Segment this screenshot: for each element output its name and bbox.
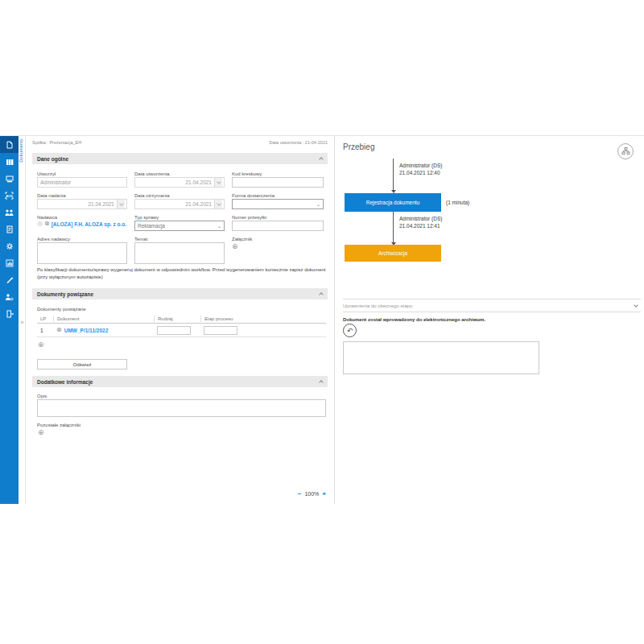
- opis-textarea[interactable]: [37, 399, 326, 417]
- kod-kreskowy-label: Kod kreskowy: [232, 171, 324, 176]
- section-header-dokumenty-powiazane[interactable]: Dokumenty powiązane: [32, 288, 328, 299]
- row-rodzaj: [154, 326, 200, 335]
- collapse-chevron-icon: [319, 157, 324, 162]
- calendar-dropdown-icon[interactable]: [214, 178, 222, 187]
- zoom-out-button[interactable]: −: [298, 490, 302, 497]
- sidebar-item-logout[interactable]: [0, 305, 19, 322]
- flow-step-2-label: Administrator (DS) 21.04.2021 12:41: [399, 215, 442, 229]
- sidebar-item-documents[interactable]: [0, 136, 19, 153]
- undo-icon: ↶: [347, 327, 353, 335]
- select-sender-icon[interactable]: ◎: [37, 221, 43, 227]
- related-list-label: Dokumenty powiązane: [37, 307, 86, 312]
- zoom-in-button[interactable]: +: [322, 490, 326, 497]
- typ-sprawy-select[interactable]: Reklamacja ⌄: [134, 221, 225, 231]
- sidebar-item-user-admin[interactable]: [0, 288, 19, 305]
- data-otrzymania-label: Data otrzymania: [134, 193, 225, 198]
- forma-dostarczenia-label: Forma dostarczenia: [232, 193, 324, 198]
- forma-dostarczenia-select[interactable]: ⌄: [232, 199, 324, 209]
- col-etap-procesu: Etap procesu: [200, 316, 247, 322]
- flow-arrow-2: [393, 212, 394, 245]
- col-lp: LP: [37, 316, 53, 322]
- comment-textarea[interactable]: [343, 341, 539, 374]
- sidebar-item-workstation[interactable]: [0, 170, 19, 187]
- add-related-document-icon[interactable]: ⊕: [38, 341, 44, 349]
- zalacznik-label: Załącznik: [232, 237, 324, 242]
- permissions-accordion[interactable]: Uprawnienia do obecnego etapu: [343, 299, 641, 312]
- sidebar-expand-chevrons[interactable]: »: [19, 320, 26, 325]
- clear-sender-icon[interactable]: ⊗: [44, 221, 50, 227]
- wand-icon: [5, 275, 14, 285]
- stage-archiwizacja[interactable]: Archiwizacja: [345, 245, 441, 262]
- calendar-dropdown-icon[interactable]: [214, 200, 222, 208]
- typ-sprawy-label: Typ sprawy: [134, 215, 225, 220]
- monitor-icon: [5, 174, 14, 184]
- remove-document-icon[interactable]: ⊗: [56, 327, 62, 333]
- select-chevron-icon: ⌄: [217, 223, 221, 229]
- flow-arrow-1: [393, 159, 394, 192]
- numer-przesylki-field[interactable]: [232, 221, 324, 231]
- app-window: ACD Dokumenty » Spółka : Pre: [0, 135, 644, 503]
- etap-procesu-input[interactable]: [204, 326, 237, 335]
- undo-button[interactable]: ↶: [343, 324, 357, 337]
- data-utworzenia-label: Data utworzenia.: [134, 171, 225, 176]
- archive-icon: [5, 157, 14, 167]
- add-zalacznik-icon[interactable]: ⊕: [232, 243, 324, 250]
- logout-door-icon: [5, 309, 14, 319]
- sidebar-item-settings[interactable]: [0, 237, 19, 254]
- document-link[interactable]: UMW_P/1/11/2022: [64, 328, 109, 333]
- col-dokument: Dokument: [53, 316, 154, 322]
- sidebar-item-reports[interactable]: [0, 221, 19, 237]
- select-chevron-icon: ⌄: [316, 201, 320, 207]
- related-docs-table: LP Dokument Rodzaj Etap procesu 1 ⊗ UMW_…: [37, 314, 326, 337]
- data-nadania-field[interactable]: 21.04.2021: [37, 199, 127, 209]
- nadawca-link[interactable]: [ALOZA] F.H. ALOZA sp. z o.o.: [52, 221, 126, 227]
- row-dokument: ⊗ UMW_P/1/11/2022: [53, 327, 154, 333]
- documents-icon: [5, 140, 14, 150]
- sidebar-item-acd[interactable]: ACD: [0, 187, 19, 204]
- adres-nadawcy-label: Adres nadawcy: [37, 237, 127, 242]
- row-etap: [200, 326, 247, 335]
- table-row: 1 ⊗ UMW_P/1/11/2022: [37, 324, 326, 337]
- user-gear-icon: [4, 292, 14, 302]
- add-pozostale-zalaczniki-icon[interactable]: ⊕: [38, 429, 44, 436]
- section-header-dane-ogolne[interactable]: Dane ogólne: [32, 153, 328, 164]
- stage-duration: (1 minuta): [446, 200, 469, 205]
- temat-textarea[interactable]: [134, 242, 225, 264]
- nadawca-label: Nadawca: [37, 215, 127, 220]
- workflow-title: Przebieg: [343, 142, 374, 151]
- workflow-note: Po klasyfikacji dokumentu/sprawy wygener…: [37, 266, 326, 281]
- zoom-control: − 100% +: [298, 490, 326, 497]
- sidebar-item-tools[interactable]: [0, 271, 19, 288]
- sidebar-gutter: Dokumenty »: [19, 136, 26, 504]
- sidebar-item-archive[interactable]: [0, 153, 19, 170]
- report-doc-icon: [5, 225, 14, 234]
- workflow-map-button[interactable]: [617, 143, 634, 159]
- bar-chart-icon: [5, 258, 14, 268]
- kod-kreskowy-field[interactable]: [232, 177, 324, 188]
- breadcrumb: Spółka : Prezentacja_EH: [32, 140, 81, 145]
- sidebar-item-contacts[interactable]: [0, 204, 19, 221]
- pozostale-zalaczniki-label: Pozostałe załączniki: [37, 423, 80, 427]
- stage-rejestracja-dokumentu[interactable]: Rejestracja dokumentu: [345, 193, 441, 212]
- data-nadania-label: Data nadania: [37, 193, 127, 198]
- utworzyl-field[interactable]: Administrator: [37, 177, 127, 188]
- calendar-dropdown-icon[interactable]: [117, 200, 125, 208]
- flow-step-1-label: Administrator (DS) 21.04.2021 12:40: [399, 162, 442, 176]
- row-lp: 1: [37, 328, 53, 333]
- people-icon: [4, 208, 14, 217]
- adres-nadawcy-textarea[interactable]: [37, 242, 127, 264]
- sidebar-item-statistics[interactable]: [0, 254, 19, 271]
- created-date-info: Data utworzenia : 21-04-2021: [270, 140, 328, 145]
- gear-icon: [5, 242, 14, 251]
- sitemap-icon: [621, 144, 630, 159]
- tab-dokumenty[interactable]: Dokumenty: [19, 138, 26, 163]
- data-otrzymania-field[interactable]: 21.04.2021: [134, 199, 225, 209]
- rodzaj-input[interactable]: [157, 326, 191, 335]
- refresh-button[interactable]: Odśwież: [37, 359, 127, 369]
- section-header-dodatkowe-informacje[interactable]: Dodatkowe informacje: [32, 376, 328, 387]
- data-utworzenia-field[interactable]: 21.04.2021: [134, 177, 225, 188]
- col-rodzaj: Rodzaj: [154, 316, 200, 322]
- opis-label: Opis: [37, 394, 47, 398]
- temat-label: Temat: [134, 237, 225, 242]
- document-form-panel: Spółka : Prezentacja_EH Data utworzenia …: [27, 136, 335, 504]
